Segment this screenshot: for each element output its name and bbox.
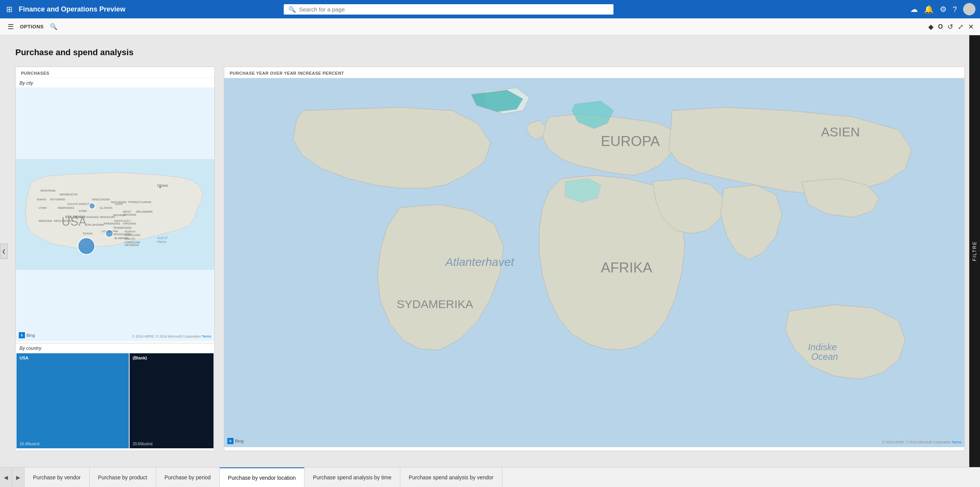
user-avatar[interactable] xyxy=(963,3,975,15)
page-title: Purchase and spend analysis xyxy=(15,48,965,57)
world-map-svg: EUROPA ASIEN Atlanterhavet AFRIKA SYDAME… xyxy=(224,78,964,447)
svg-text:AFRIKA: AFRIKA xyxy=(601,259,652,275)
purchases-panel: PURCHASES By city Gulf of Maine MONTANA xyxy=(15,67,215,451)
bing-watermark-world: b Bing xyxy=(227,438,243,444)
svg-text:PENNSYLVANIA: PENNSYLVANIA xyxy=(128,200,152,204)
svg-text:UTAH: UTAH xyxy=(39,206,47,210)
diamond-icon[interactable]: ◆ xyxy=(928,23,934,31)
svg-text:SYDAMERIKA: SYDAMERIKA xyxy=(397,297,474,310)
svg-text:VIRGINIA: VIRGINIA xyxy=(123,222,136,225)
search-bar[interactable]: 🔍 xyxy=(284,4,613,15)
app-title: Finance and Operations Preview xyxy=(19,5,125,13)
bing-label: Bing xyxy=(26,333,35,338)
help-icon[interactable]: ? xyxy=(953,5,957,14)
tab-purchase-by-product[interactable]: Purchase by product xyxy=(90,467,156,487)
bing-watermark-city: b Bing xyxy=(19,332,35,338)
filter-label: FILTRE xyxy=(972,241,977,261)
svg-text:WEST: WEST xyxy=(123,210,132,213)
sub-navbar: ☰ OPTIONS 🔍 ◆ O ↺ ⤢ ✕ xyxy=(0,18,980,35)
svg-text:ARIZONA: ARIZONA xyxy=(39,219,53,223)
svg-text:TENNESSEE: TENNESSEE xyxy=(113,226,132,230)
svg-text:OHIO: OHIO xyxy=(115,202,123,206)
tab-purchase-spend-analysis-by-time[interactable]: Purchase spend analysis by time xyxy=(304,467,400,487)
treemap-container: USA 18,46tusind (Blank) 20,66tusind xyxy=(16,353,214,449)
svg-point-42 xyxy=(89,203,95,209)
svg-text:MISSISSIPPI: MISSISSIPPI xyxy=(113,233,131,236)
filter-sidebar[interactable]: FILTRE xyxy=(969,35,980,467)
office-icon[interactable]: O xyxy=(938,23,943,30)
usa-map[interactable]: Gulf of Maine MONTANA MINNESOTA IDAHO WY… xyxy=(16,87,214,341)
treemap-blank[interactable]: (Blank) 20,66tusind xyxy=(130,353,214,448)
close-icon[interactable]: ✕ xyxy=(968,23,974,31)
copyright-world: © 2019 HERE, © 2019 Microsoft Corporatio… xyxy=(882,440,961,444)
svg-text:EUROPA: EUROPA xyxy=(601,133,660,149)
purchases-panel-title: PURCHASES xyxy=(16,67,214,78)
svg-point-41 xyxy=(159,187,161,188)
tab-purchase-spend-analysis-by-vendor[interactable]: Purchase spend analysis by vendor xyxy=(400,467,502,487)
hamburger-icon[interactable]: ☰ xyxy=(6,21,15,33)
sub-nav-right: ◆ O ↺ ⤢ ✕ xyxy=(928,23,974,31)
svg-text:WISCONSIN: WISCONSIN xyxy=(92,198,110,201)
svg-text:ALABAMA: ALABAMA xyxy=(114,236,129,240)
collapse-button[interactable]: ❮ xyxy=(0,244,8,259)
by-country-label: By country xyxy=(16,343,214,353)
svg-text:MINNESOTA: MINNESOTA xyxy=(60,193,78,196)
svg-text:Gulf of: Gulf of xyxy=(157,236,168,240)
search-icon: 🔍 xyxy=(288,6,296,13)
svg-text:USA: USA xyxy=(62,215,87,228)
bing-icon: b xyxy=(19,332,25,338)
treemap-usa[interactable]: USA 18,46tusind xyxy=(16,353,129,448)
svg-text:TEXAS: TEXAS xyxy=(82,232,92,235)
blank-treemap-value: 20,66tusind xyxy=(133,442,153,446)
tab-next-btn[interactable]: ▶ xyxy=(12,467,25,487)
svg-text:VIRGINIA: VIRGINIA xyxy=(123,213,136,216)
fullscreen-icon[interactable]: ⤢ xyxy=(958,23,964,31)
terms-link-world[interactable]: Terms xyxy=(952,440,962,444)
by-country-section: By country USA 18,46tusind (Blank) 20,66… xyxy=(16,343,214,451)
search-input[interactable] xyxy=(299,6,609,13)
svg-text:MONTANA: MONTANA xyxy=(41,189,56,192)
tab-purchase-by-vendor[interactable]: Purchase by vendor xyxy=(25,467,90,487)
tab-purchase-by-period[interactable]: Purchase by period xyxy=(156,467,220,487)
bing-icon-world: b xyxy=(227,438,233,444)
refresh-icon[interactable]: ↺ xyxy=(947,23,953,31)
top-navbar: ⊞ Finance and Operations Preview 🔍 ☁ 🔔 ⚙… xyxy=(0,0,980,18)
svg-text:Maine: Maine xyxy=(157,240,166,244)
bing-label-world: Bing xyxy=(235,439,243,443)
svg-text:Ottawa: Ottawa xyxy=(157,184,168,187)
svg-text:WYOMING: WYOMING xyxy=(50,198,66,201)
svg-text:MISSOURI: MISSOURI xyxy=(100,215,115,219)
tab-prev-btn[interactable]: ◀ xyxy=(0,467,12,487)
svg-text:Indiske: Indiske xyxy=(808,342,837,352)
tab-bar: ◀ ▶ Purchase by vendor Purchase by produ… xyxy=(0,467,980,487)
usa-treemap-label: USA xyxy=(20,356,28,360)
svg-text:Atlanterhavet: Atlanterhavet xyxy=(444,255,515,268)
main-content: Purchase and spend analysis PURCHASES By… xyxy=(0,35,980,467)
svg-text:Ocean: Ocean xyxy=(811,352,838,362)
grid-icon[interactable]: ⊞ xyxy=(5,3,14,15)
svg-text:IOWA: IOWA xyxy=(79,209,87,213)
svg-text:IDAHO: IDAHO xyxy=(37,198,46,201)
top-nav-right: ☁ 🔔 ⚙ ? xyxy=(910,3,975,15)
gear-icon[interactable]: ⚙ xyxy=(940,5,947,14)
svg-text:KANSAS: KANSAS xyxy=(86,215,99,219)
tab-purchase-by-vendor-location[interactable]: Purchase by vendor location xyxy=(220,467,305,487)
svg-text:NEBRASKA: NEBRASKA xyxy=(58,206,75,210)
svg-text:ILLINOIS: ILLINOIS xyxy=(100,206,112,210)
cloud-icon[interactable]: ☁ xyxy=(910,5,918,14)
copyright-city: © 2019 HERE, © 2019 Microsoft Corporatio… xyxy=(132,335,211,338)
bell-icon[interactable]: 🔔 xyxy=(924,5,934,14)
sub-search-icon[interactable]: 🔍 xyxy=(50,23,58,30)
usa-treemap-value: 18,46tusind xyxy=(20,442,39,446)
terms-link-city[interactable]: Terms xyxy=(202,335,212,338)
world-map[interactable]: EUROPA ASIEN Atlanterhavet AFRIKA SYDAME… xyxy=(224,78,964,447)
by-city-section: By city Gulf of Maine MONTANA MINNESOTA … xyxy=(16,78,214,343)
by-city-label: By city xyxy=(16,78,214,87)
blank-treemap-label: (Blank) xyxy=(133,356,147,360)
svg-text:ASIEN: ASIEN xyxy=(821,125,860,139)
svg-text:OKLAHOMA: OKLAHOMA xyxy=(86,223,104,226)
purchase-yoy-title: PURCHASE YEAR OVER YEAR INCREASE PERCENT xyxy=(224,67,964,78)
svg-text:DELAWARE: DELAWARE xyxy=(136,210,153,213)
purchase-yoy-panel: PURCHASE YEAR OVER YEAR INCREASE PERCENT xyxy=(224,67,965,451)
usa-map-svg: Gulf of Maine MONTANA MINNESOTA IDAHO WY… xyxy=(16,87,214,341)
